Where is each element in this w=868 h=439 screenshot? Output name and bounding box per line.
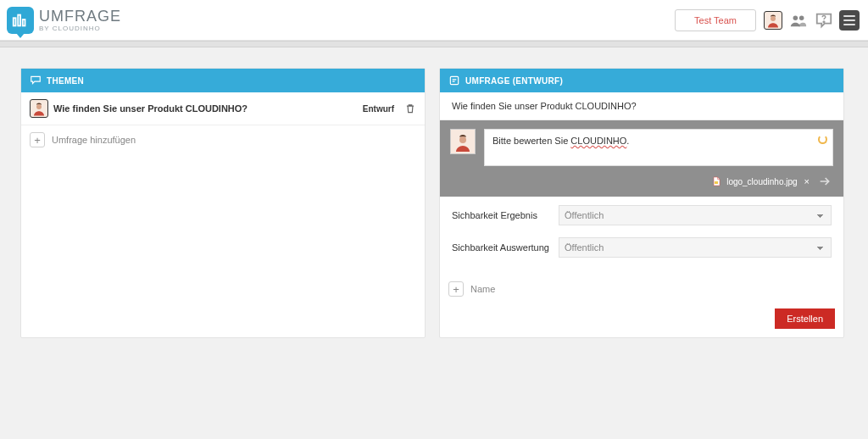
- svg-rect-10: [715, 181, 718, 184]
- svg-point-3: [771, 16, 776, 21]
- add-survey-row[interactable]: + Umfrage hinzufügen: [21, 125, 425, 154]
- loading-icon: [818, 135, 827, 144]
- survey-settings: Sichbarkeit Ergebnis Öffentlich Sichbark…: [440, 197, 843, 278]
- svg-point-6: [823, 21, 824, 22]
- plus-icon[interactable]: +: [448, 281, 464, 297]
- delete-theme-icon[interactable]: [404, 103, 416, 114]
- top-bar: UMFRAGE BY CLOUDINHO Test Team: [0, 0, 868, 41]
- theme-item-avatar-icon: [30, 99, 48, 118]
- remove-attachment-icon[interactable]: ×: [803, 176, 811, 186]
- visibility-result-label: Sichbarkeit Ergebnis: [452, 210, 559, 220]
- themes-panel-header: THEMEN: [21, 69, 425, 92]
- name-label: Name: [470, 284, 495, 294]
- file-icon: [711, 175, 721, 187]
- main-content: THEMEN Wie finden Sie unser Produkt CLOU…: [0, 47, 868, 338]
- attachment-filename: logo_cloudinho.jpg: [726, 177, 797, 186]
- plus-icon[interactable]: +: [30, 132, 45, 147]
- svg-rect-2: [23, 19, 25, 25]
- svg-point-9: [459, 136, 466, 143]
- compose-text-underlined: CLOUDINHO: [570, 136, 626, 146]
- themes-panel-title: THEMEN: [47, 76, 84, 86]
- survey-icon: [448, 75, 460, 86]
- survey-panel-header: UMFRAGE (ENTWURF): [440, 69, 843, 92]
- survey-question: Wie finden Sie unser Produkt CLOUDINHO?: [440, 92, 843, 120]
- user-avatar-icon[interactable]: [763, 10, 783, 31]
- help-icon[interactable]: [814, 10, 834, 31]
- menu-icon[interactable]: [839, 10, 860, 31]
- svg-rect-1: [18, 14, 20, 25]
- theme-item-status: Entwurf: [363, 104, 394, 114]
- svg-point-7: [36, 104, 42, 109]
- brand-subtitle: BY CLOUDINHO: [39, 25, 121, 32]
- compose-text-suffix: .: [626, 136, 629, 146]
- attachment-row: logo_cloudinho.jpg ×: [450, 175, 833, 188]
- visibility-eval-select[interactable]: Öffentlich: [559, 237, 832, 258]
- visibility-eval-row: Sichbarkeit Auswertung Öffentlich: [452, 237, 832, 258]
- compose-avatar-icon: [450, 129, 476, 154]
- compose-text-prefix: Bitte bewerten Sie: [492, 136, 570, 146]
- visibility-result-row: Sichbarkeit Ergebnis Öffentlich: [452, 205, 832, 225]
- theme-item[interactable]: Wie finden Sie unser Produkt CLOUDINHO? …: [21, 92, 425, 125]
- brand-logo[interactable]: UMFRAGE BY CLOUDINHO: [7, 7, 121, 34]
- theme-item-title: Wie finden Sie unser Produkt CLOUDINHO?: [53, 103, 358, 114]
- brand-text: UMFRAGE BY CLOUDINHO: [39, 8, 121, 32]
- team-selector-button[interactable]: Test Team: [675, 9, 756, 31]
- svg-rect-8: [450, 76, 458, 84]
- visibility-eval-label: Sichbarkeit Auswertung: [452, 242, 559, 253]
- add-survey-label: Umfrage hinzufügen: [52, 135, 136, 145]
- panel-footer: Erstellen: [440, 300, 843, 337]
- themes-panel: THEMEN Wie finden Sie unser Produkt CLOU…: [20, 68, 426, 338]
- sub-header-divider: [0, 41, 868, 47]
- add-name-row[interactable]: + Name: [440, 278, 843, 300]
- group-icon[interactable]: [788, 10, 809, 31]
- compose-area: Bitte bewerten Sie CLOUDINHO. logo_cloud…: [440, 120, 843, 197]
- create-button[interactable]: Erstellen: [775, 308, 835, 329]
- speech-icon: [30, 75, 42, 86]
- survey-panel-title: UMFRAGE (ENTWURF): [465, 76, 563, 86]
- logo-badge-icon: [7, 7, 34, 34]
- brand-title: UMFRAGE: [39, 8, 121, 24]
- compose-input[interactable]: Bitte bewerten Sie CLOUDINHO.: [484, 129, 833, 166]
- svg-point-5: [799, 15, 804, 20]
- svg-rect-0: [14, 18, 16, 25]
- svg-point-4: [793, 15, 798, 20]
- visibility-result-select[interactable]: Öffentlich: [559, 205, 832, 225]
- survey-panel: UMFRAGE (ENTWURF) Wie finden Sie unser P…: [439, 68, 844, 338]
- submit-arrow-icon[interactable]: [816, 175, 833, 188]
